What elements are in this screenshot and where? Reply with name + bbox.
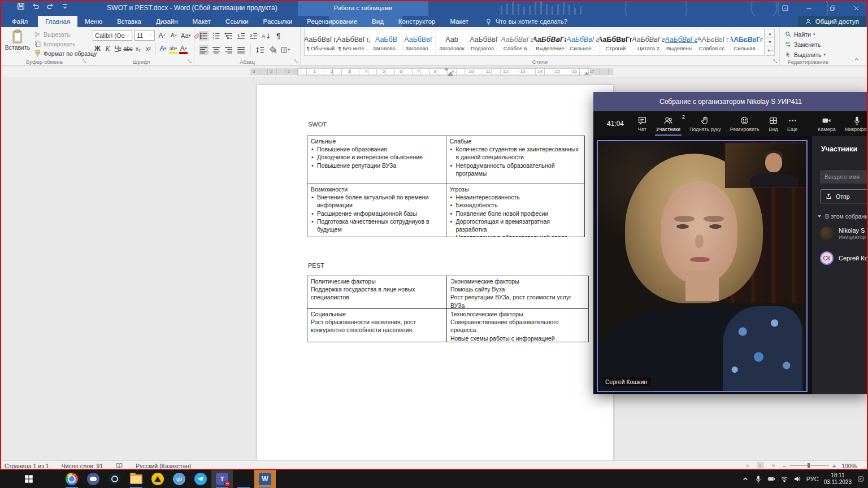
zoom-knob[interactable] <box>808 463 810 468</box>
teams-mic-button[interactable]: Микрофон <box>840 111 868 136</box>
tab-макет[interactable]: Макет <box>185 16 219 27</box>
tab-файл[interactable]: Файл <box>5 16 38 27</box>
numbering-icon[interactable] <box>211 31 221 41</box>
italic-button[interactable]: К <box>103 43 112 54</box>
teams-meeting-window[interactable]: Собрание с организатором Nikolay S УИР41… <box>593 92 868 394</box>
paste-button[interactable]: Вставить <box>5 29 31 56</box>
subscript-button[interactable]: x₂ <box>133 43 143 54</box>
align-left-icon[interactable] <box>199 45 209 55</box>
taskbar-teams-icon[interactable]: T <box>211 470 233 488</box>
swot-cell[interactable]: СлабыеКоличество студентов не заинтересо… <box>446 136 585 184</box>
font-size-select[interactable]: 11 <box>134 30 155 41</box>
copy-button[interactable]: Копировать <box>34 40 97 47</box>
pest-cell[interactable]: Экономические факторыПомощь сайту ВузаРо… <box>447 276 588 308</box>
participant-row[interactable]: Nikolay S УИР411Инициатор <box>820 226 868 240</box>
taskbar-media-app-icon[interactable] <box>40 470 61 488</box>
minimize-button[interactable] <box>797 0 821 16</box>
borders-icon[interactable]: ▾ <box>280 45 290 55</box>
restore-button[interactable] <box>821 0 844 16</box>
taskbar-qbittorrent-icon[interactable]: qb <box>168 470 190 488</box>
style-цитата-2[interactable]: АаБбВвГгЦитата 2 <box>632 29 665 55</box>
tray-wifi-icon[interactable] <box>780 475 788 483</box>
decrease-indent-icon[interactable] <box>236 31 246 41</box>
font-color-button[interactable]: А▾ <box>179 43 188 54</box>
pest-table[interactable]: Политические факторыПоддержка государств… <box>307 276 589 342</box>
justify-icon[interactable] <box>236 45 246 55</box>
proofing-book-icon[interactable] <box>115 462 123 469</box>
pest-cell[interactable]: СоциальныеРост образованности населения,… <box>307 309 447 342</box>
horizontal-ruler[interactable]: 3211234567891011121314151617 <box>0 67 868 77</box>
qat-customize-icon[interactable] <box>61 2 69 10</box>
underline-button[interactable]: Ч▾ <box>113 43 123 54</box>
teams-react-button[interactable]: Реагировать <box>726 111 764 136</box>
undo-icon[interactable] <box>32 2 40 10</box>
zoom-slider[interactable]: − + <box>783 463 836 469</box>
page-indicator[interactable]: Страница 1 из 1 <box>5 463 49 469</box>
align-right-icon[interactable] <box>224 45 233 55</box>
styles-dialog-launcher-icon[interactable] <box>772 58 778 64</box>
pest-cell[interactable]: Технологические факторыСовершенствование… <box>447 309 588 342</box>
read-mode-icon[interactable] <box>744 462 751 469</box>
in-meeting-section[interactable]: В этом собрании (2) <box>817 213 868 220</box>
align-center-icon[interactable] <box>211 45 221 55</box>
style-заголовок[interactable]: АаbЗаголовок <box>436 29 468 55</box>
clock[interactable]: 18:11 03.11.2023 <box>824 472 852 486</box>
tab-вставка[interactable]: Вставка <box>110 16 149 27</box>
swot-table[interactable]: СильныеПовышение образованияДоходчивое и… <box>307 136 585 237</box>
increase-indent-icon[interactable] <box>249 31 258 41</box>
teams-camera-button[interactable]: Камера <box>813 111 840 136</box>
keyboard-language[interactable]: РУС <box>806 476 819 482</box>
paragraph-dialog-launcher-icon[interactable] <box>293 58 299 64</box>
action-center-icon[interactable] <box>857 475 865 483</box>
tab-главная[interactable]: Главная <box>38 16 77 27</box>
print-layout-icon[interactable] <box>757 462 764 469</box>
teams-view-button[interactable]: Вид <box>764 111 783 136</box>
word-count[interactable]: Число слов: 91 <box>62 463 103 469</box>
select-button[interactable]: Выделить▾ <box>784 51 826 58</box>
swot-cell[interactable]: УгрозыНезаинтересованностьБезнадобностьП… <box>446 184 585 237</box>
zoom-out-icon[interactable]: − <box>783 463 786 469</box>
bold-button[interactable]: Ж <box>93 43 102 54</box>
right-indent-marker[interactable] <box>584 72 589 75</box>
style-подзагол-[interactable]: АаБбВвГПодзагол... <box>468 29 501 55</box>
close-button[interactable] <box>844 0 868 16</box>
web-layout-icon[interactable] <box>770 462 777 469</box>
tab-меню[interactable]: Меню <box>77 16 110 27</box>
tab-рассылки[interactable]: Рассылки <box>256 16 300 27</box>
taskbar-chrome-icon[interactable] <box>61 470 83 488</box>
style-слабая-сс-[interactable]: ААБбВвГг,Слабая сс... <box>698 29 731 55</box>
strikethrough-button[interactable]: abc <box>123 43 133 54</box>
share-invite-button[interactable]: Отпр <box>820 189 868 203</box>
self-view-video[interactable] <box>725 143 808 188</box>
tab-рецензирование[interactable]: Рецензирование <box>300 16 364 27</box>
zoom-level[interactable]: 100% <box>841 463 857 469</box>
replace-button[interactable]: Заменить <box>784 41 826 48</box>
teams-more-button[interactable]: Еще <box>783 111 802 136</box>
redo-icon[interactable] <box>46 2 54 10</box>
pilcrow-icon[interactable]: ¶ <box>274 30 283 41</box>
text-effects-button[interactable]: А▾ <box>158 43 168 54</box>
pest-cell[interactable]: Политические факторыПоддержка государств… <box>307 276 447 308</box>
zoom-in-icon[interactable]: + <box>832 463 836 469</box>
tab-вид[interactable]: Вид <box>364 16 391 27</box>
sort-icon[interactable]: А <box>261 31 271 41</box>
language-indicator[interactable]: Русский (Казахстан) <box>136 463 191 469</box>
taskbar-discord-icon[interactable] <box>83 470 104 488</box>
tab-конструктор[interactable]: Конструктор <box>391 16 443 27</box>
taskbar-start-icon[interactable] <box>18 470 40 488</box>
line-spacing-icon[interactable] <box>255 45 265 55</box>
taskbar-telegram-icon[interactable] <box>190 470 211 488</box>
clipboard-dialog-launcher-icon[interactable] <box>81 58 88 64</box>
font-dialog-launcher-icon[interactable] <box>186 58 193 64</box>
styles-more-icon[interactable]: ▼≡ <box>766 47 774 55</box>
styles-scroll-down-icon[interactable]: ▼ <box>766 38 774 46</box>
swot-cell[interactable]: ВозможностиВнечение более актуальной по … <box>307 184 446 237</box>
taskbar-word-icon[interactable]: W <box>254 470 276 488</box>
participant-search-input[interactable]: Введите имя <box>820 170 868 184</box>
tray-speaker-icon[interactable] <box>793 475 801 483</box>
style-сильное-[interactable]: АаБбВвГгСильное... <box>567 29 600 55</box>
first-line-indent-marker[interactable] <box>444 68 449 71</box>
tray-chevron-up-icon[interactable] <box>741 475 749 483</box>
style-заголово-[interactable]: АаБбВЗаголово... <box>370 29 403 55</box>
participant-row[interactable]: СКСергей Кошкин <box>820 251 868 265</box>
